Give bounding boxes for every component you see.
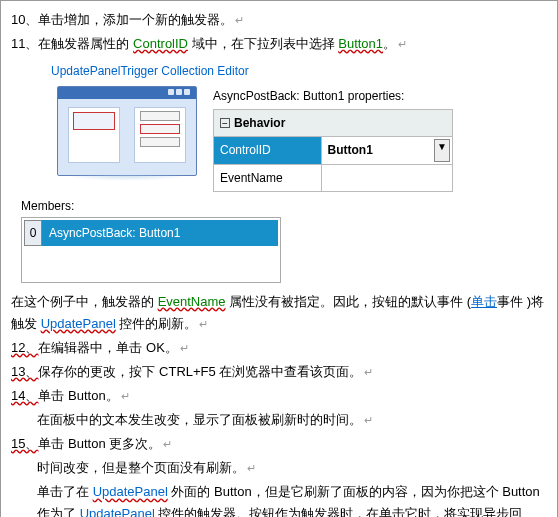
explain-para: 在这个例子中，触发器的 EventName 属性没有被指定。因此，按钮的默认事件… — [11, 291, 547, 335]
control-id-row[interactable]: ControlID Button1▼ — [214, 137, 453, 164]
members-section: Members: 0 AsyncPostBack: Button1 — [21, 196, 547, 282]
step-14: 14、单击 Button。↵ — [11, 385, 547, 407]
collapse-icon[interactable]: − — [220, 118, 230, 128]
members-label: Members: — [21, 196, 547, 216]
return-mark: ↵ — [364, 366, 373, 378]
step-11: 11、在触发器属性的 ControlID 域中，在下拉列表中选择 Button1… — [11, 33, 547, 55]
t: 域中，在下拉列表中选择 — [188, 36, 338, 51]
return-mark: ↵ — [180, 342, 189, 354]
step-text: 保存你的更改，按下 CTRL+F5 在浏览器中查看该页面。 — [38, 364, 362, 379]
member-index: 0 — [24, 220, 42, 246]
preview-right-pane — [134, 107, 186, 163]
step-num: 10、 — [11, 12, 38, 27]
prop-name: EventName — [220, 171, 283, 185]
member-label: AsyncPostBack: Button1 — [42, 220, 278, 246]
step-10: 10、单击增加，添加一个新的触发器。↵ — [11, 9, 547, 31]
properties-table: −Behavior ControlID Button1▼ EventName — [213, 109, 453, 192]
return-mark: ↵ — [121, 390, 130, 402]
chevron-down-icon[interactable]: ▼ — [434, 139, 450, 161]
return-mark: ↵ — [398, 38, 407, 50]
step-num: 11、 — [11, 36, 38, 51]
button1-term: Button1 — [338, 36, 383, 51]
step-text: 时间改变，但是整个页面没有刷新。 — [37, 460, 245, 475]
step-14-sub: 在面板中的文本发生改变，显示了面板被刷新时的时间。↵ — [37, 409, 547, 431]
list-item[interactable]: 0 AsyncPostBack: Button1 — [24, 220, 278, 246]
t: 控件的刷新。 — [116, 316, 198, 331]
step-num: 14、 — [11, 388, 38, 403]
t: 。 — [383, 36, 396, 51]
step-15: 15、单击 Button 更多次。↵ — [11, 433, 547, 455]
step-num: 15、 — [11, 436, 38, 451]
t: 在触发器属性的 — [38, 36, 133, 51]
step-text: 在面板中的文本发生改变，显示了面板被刷新时的时间。 — [37, 412, 362, 427]
preview-selection — [73, 112, 115, 130]
return-mark: ↵ — [163, 438, 172, 450]
step-text: 在编辑器中，单击 OK。 — [38, 340, 177, 355]
updatepanel-link[interactable]: UpdatePanel — [80, 506, 155, 517]
return-mark: ↵ — [199, 318, 208, 330]
step-text: 单击 Button。 — [38, 388, 118, 403]
step-13: 13、保存你的更改，按下 CTRL+F5 在浏览器中查看该页面。↵ — [11, 361, 547, 383]
step-12: 12、在编辑器中，单击 OK。↵ — [11, 337, 547, 359]
prop-value: Button1 — [328, 143, 373, 157]
t: 在这个例子中，触发器的 — [11, 294, 158, 309]
step-text: 单击增加，添加一个新的触发器。 — [38, 12, 233, 27]
step-num: 12、 — [11, 340, 38, 355]
prop-name: ControlID — [220, 143, 271, 157]
return-mark: ↵ — [235, 14, 244, 26]
behavior-label: Behavior — [234, 116, 285, 130]
preview-left-pane — [68, 107, 120, 163]
return-mark: ↵ — [247, 462, 256, 474]
window-controls-icon — [168, 89, 190, 95]
t: 单击了在 — [37, 484, 93, 499]
step-15-sub: 时间改变，但是整个页面没有刷新。↵ — [37, 457, 547, 479]
updatepanel-link[interactable]: UpdatePanel — [41, 316, 116, 331]
behavior-header[interactable]: −Behavior — [214, 109, 453, 136]
control-id-term: ControlID — [133, 36, 188, 51]
t: 属性没有被指定。因此，按钮的默认事件 ( — [226, 294, 472, 309]
properties-pane: AsyncPostBack: Button1 properties: −Beha… — [213, 86, 453, 193]
editor-preview — [57, 86, 197, 176]
properties-title: AsyncPostBack: Button1 properties: — [213, 86, 453, 106]
click-link[interactable]: 单击 — [471, 294, 497, 309]
event-name-row[interactable]: EventName — [214, 164, 453, 191]
updatepanel-link[interactable]: UpdatePanel — [93, 484, 168, 499]
step-num: 13、 — [11, 364, 38, 379]
prop-value-empty[interactable] — [321, 164, 452, 191]
editor-figure: UpdatePanelTrigger Collection Editor Asy… — [11, 61, 547, 282]
step-text: 单击 Button 更多次。 — [38, 436, 161, 451]
members-listbox[interactable]: 0 AsyncPostBack: Button1 — [21, 217, 281, 283]
editor-title: UpdatePanelTrigger Collection Editor — [51, 61, 547, 81]
eventname-term: EventName — [158, 294, 226, 309]
end-para: 单击了在 UpdatePanel 外面的 Button，但是它刷新了面板的内容，… — [37, 481, 547, 517]
return-mark: ↵ — [364, 414, 373, 426]
